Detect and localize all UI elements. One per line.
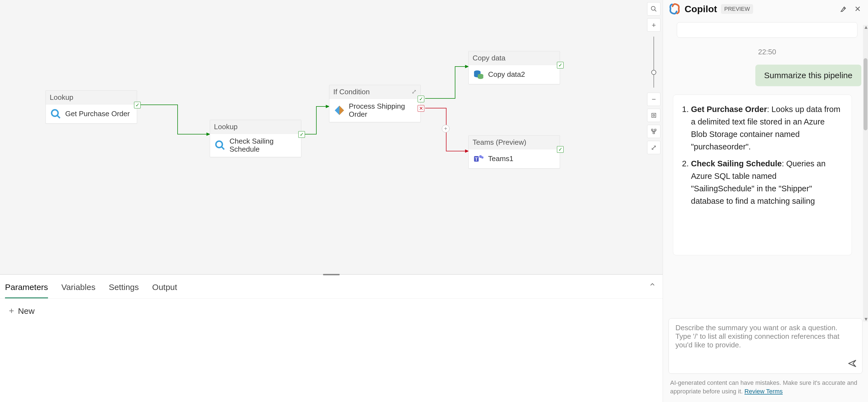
plus-icon: + (9, 306, 14, 316)
svg-point-12 (651, 6, 655, 10)
previous-message-placeholder (677, 22, 858, 38)
copilot-panel: Copilot PREVIEW ✕ 22:50 Summarize this p… (663, 0, 868, 402)
svg-rect-14 (652, 113, 656, 118)
zoom-out-button[interactable]: − (647, 93, 660, 106)
close-button[interactable]: ✕ (852, 4, 863, 14)
expand-icon[interactable]: ⤢ (411, 89, 416, 95)
status-success-icon: ✓ (298, 131, 305, 138)
ai-disclaimer: AI-generated content can have mistakes. … (663, 376, 868, 402)
activity-type-label: Lookup (214, 123, 238, 131)
svg-text:T: T (475, 156, 478, 162)
svg-rect-16 (652, 129, 653, 131)
fit-to-screen-button[interactable] (647, 109, 660, 122)
fullscreen-button[interactable]: ⤢ (647, 141, 660, 154)
send-button[interactable] (846, 357, 858, 370)
chat-scrollbar[interactable]: ▲ ▼ (863, 25, 868, 322)
activity-copy-data2[interactable]: Copy data Copy data2 ✓ (468, 51, 560, 84)
svg-line-13 (655, 10, 656, 11)
chat-placeholder: Describe the summary you want or ask a q… (675, 324, 839, 349)
activity-type-label: Copy data (472, 54, 505, 62)
user-message: Summarize this pipeline (755, 65, 861, 86)
activity-type-label: Lookup (50, 94, 73, 101)
status-success-icon: ✓ (557, 62, 564, 68)
chat-scroll-area[interactable]: 22:50 Summarize this pipeline Get Purcha… (663, 21, 868, 314)
svg-line-3 (221, 147, 224, 149)
collapse-panel-button[interactable] (649, 281, 656, 290)
step2-title: Check Sailing Schedule (691, 159, 782, 168)
chat-input[interactable]: Describe the summary you want or ask a q… (669, 318, 863, 374)
add-branch-button[interactable]: + (442, 125, 450, 133)
step1-title: Get Purchase Order (691, 105, 767, 114)
canvas-toolbar: + − ⤢ (645, 0, 663, 156)
copilot-title: Copilot (685, 4, 717, 14)
new-parameter-button[interactable]: + New (0, 299, 663, 323)
activity-name: Teams1 (488, 155, 514, 163)
config-tabs: Parameters Variables Settings Output (0, 275, 663, 299)
clear-chat-button[interactable] (839, 4, 848, 14)
zoom-in-button[interactable]: + (647, 18, 660, 32)
svg-point-11 (481, 156, 484, 159)
zoom-slider[interactable] (653, 34, 654, 90)
activity-teams1[interactable]: Teams (Preview) T Teams1 ✓ (468, 135, 560, 169)
new-label: New (18, 306, 35, 316)
activity-name: Copy data2 (488, 70, 525, 79)
if-condition-icon (333, 104, 345, 116)
copilot-logo-icon (669, 3, 681, 15)
activity-type-label: If Condition (333, 88, 370, 96)
tab-parameters[interactable]: Parameters (5, 277, 48, 298)
status-success-icon: ✓ (557, 146, 564, 153)
activity-process-shipping-order[interactable]: If Condition ⤢ Process Shipping Order ✓ … (329, 85, 421, 122)
chat-timestamp: 22:50 (673, 48, 861, 56)
pipeline-designer: Lookup Get Purchase Order ✓ Lookup Check… (0, 0, 663, 402)
pipeline-canvas[interactable]: Lookup Get Purchase Order ✓ Lookup Check… (0, 0, 663, 274)
review-terms-link[interactable]: Review Terms (745, 388, 783, 395)
activity-check-sailing-schedule[interactable]: Lookup Check Sailing Schedule ✓ (210, 120, 301, 157)
status-success-icon: ✓ (134, 102, 141, 108)
preview-badge: PREVIEW (721, 4, 753, 14)
svg-rect-18 (653, 132, 655, 134)
svg-rect-15 (653, 114, 655, 116)
auto-layout-button[interactable] (647, 125, 660, 138)
lookup-icon (50, 108, 62, 120)
activity-type-label: Teams (Preview) (472, 138, 526, 146)
lookup-icon (214, 139, 226, 152)
status-failure-icon: ✕ (417, 105, 424, 112)
status-success-icon: ✓ (417, 96, 424, 102)
assistant-message: Get Purchase Order: Looks up data from a… (673, 95, 852, 255)
svg-point-0 (52, 110, 58, 116)
tab-output[interactable]: Output (152, 277, 177, 298)
teams-icon: T (472, 153, 485, 165)
tab-variables[interactable]: Variables (61, 277, 95, 298)
scrollbar-thumb[interactable] (864, 58, 867, 130)
scroll-down-arrow[interactable]: ▼ (864, 316, 868, 322)
svg-marker-5 (339, 106, 344, 115)
panel-resize-handle[interactable] (323, 274, 340, 275)
copilot-header: Copilot PREVIEW ✕ (663, 0, 868, 21)
scroll-up-arrow[interactable]: ▲ (864, 24, 868, 30)
tab-settings[interactable]: Settings (109, 277, 139, 298)
zoom-handle[interactable] (651, 70, 656, 75)
svg-rect-17 (655, 129, 656, 131)
activity-name: Check Sailing Schedule (229, 137, 297, 154)
search-button[interactable] (647, 2, 660, 15)
activity-get-purchase-order[interactable]: Lookup Get Purchase Order ✓ (45, 90, 137, 124)
activity-name: Process Shipping Order (349, 102, 416, 119)
config-panel: Parameters Variables Settings Output + N… (0, 274, 663, 402)
copy-data-icon (472, 68, 485, 81)
svg-line-1 (57, 115, 60, 118)
svg-point-2 (216, 141, 222, 147)
activity-name: Get Purchase Order (65, 110, 130, 118)
